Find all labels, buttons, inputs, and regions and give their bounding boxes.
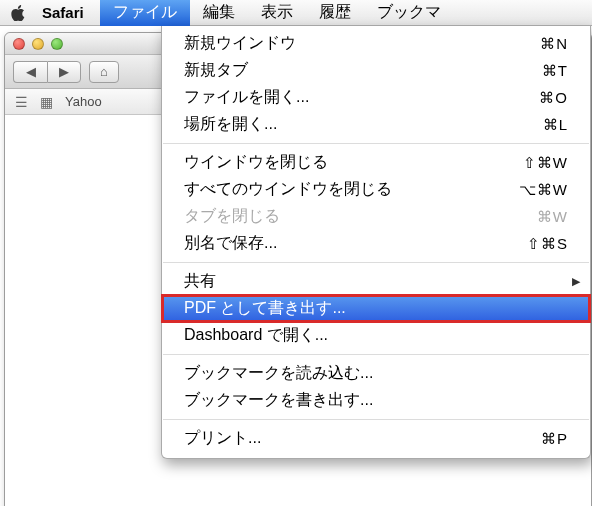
nav-group: ◀ ▶	[13, 61, 81, 83]
menu-item-label: 別名で保存...	[184, 233, 527, 254]
menu-separator	[163, 354, 589, 355]
menu-separator	[163, 262, 589, 263]
menu-item-shortcut: ⌘N	[540, 35, 568, 53]
menu-item-open-in-dashboard[interactable]: Dashboard で開く...	[162, 322, 590, 349]
menu-separator	[163, 143, 589, 144]
menu-item-label: PDF として書き出す...	[184, 298, 568, 319]
menu-file[interactable]: ファイル	[100, 0, 190, 26]
menu-item-label: すべてのウインドウを閉じる	[184, 179, 519, 200]
menu-item-label: Dashboard で開く...	[184, 325, 568, 346]
menu-item-new-tab[interactable]: 新規タブ ⌘T	[162, 57, 590, 84]
menu-item-export-bookmarks[interactable]: ブックマークを書き出す...	[162, 387, 590, 414]
book-icon[interactable]: ☰	[15, 94, 28, 110]
menu-item-close-window[interactable]: ウインドウを閉じる ⇧⌘W	[162, 149, 590, 176]
menu-view[interactable]: 表示	[248, 0, 306, 26]
forward-button[interactable]: ▶	[47, 61, 81, 83]
menu-item-label: ブックマークを読み込む...	[184, 363, 568, 384]
menu-item-shortcut: ⇧⌘S	[527, 235, 568, 253]
chevron-right-icon: ▶	[59, 64, 69, 79]
menu-item-label: タブを閉じる	[184, 206, 537, 227]
menu-item-label: プリント...	[184, 428, 541, 449]
file-menu-dropdown: 新規ウインドウ ⌘N 新規タブ ⌘T ファイルを開く... ⌘O 場所を開く..…	[161, 26, 591, 459]
window-zoom-button[interactable]	[51, 38, 63, 50]
menu-item-shortcut: ⌘P	[541, 430, 568, 448]
window-minimize-button[interactable]	[32, 38, 44, 50]
menu-history[interactable]: 履歴	[306, 0, 364, 26]
menu-item-shortcut: ⌘W	[537, 208, 568, 226]
menu-item-label: 新規ウインドウ	[184, 33, 540, 54]
menu-item-import-bookmarks[interactable]: ブックマークを読み込む...	[162, 360, 590, 387]
menu-separator	[163, 419, 589, 420]
menu-item-new-window[interactable]: 新規ウインドウ ⌘N	[162, 30, 590, 57]
menu-item-shortcut: ⌥⌘W	[519, 181, 568, 199]
menu-item-shortcut: ⌘O	[539, 89, 568, 107]
chevron-left-icon: ◀	[26, 64, 36, 79]
menu-item-label: 場所を開く...	[184, 114, 543, 135]
apple-logo-icon	[11, 5, 25, 21]
menu-item-shortcut: ⇧⌘W	[523, 154, 568, 172]
menu-item-label: 新規タブ	[184, 60, 542, 81]
bookmark-item[interactable]: Yahoo	[65, 94, 102, 109]
menu-item-label: ウインドウを閉じる	[184, 152, 523, 173]
menu-item-open-file[interactable]: ファイルを開く... ⌘O	[162, 84, 590, 111]
apple-menu[interactable]	[10, 5, 26, 21]
menu-item-label: ブックマークを書き出す...	[184, 390, 568, 411]
menu-edit[interactable]: 編集	[190, 0, 248, 26]
menu-item-label: 共有	[184, 271, 568, 292]
menu-item-shortcut: ⌘L	[543, 116, 568, 134]
menu-item-close-tab: タブを閉じる ⌘W	[162, 203, 590, 230]
menu-item-close-all-windows[interactable]: すべてのウインドウを閉じる ⌥⌘W	[162, 176, 590, 203]
grid-icon[interactable]: ▦	[40, 94, 53, 110]
menubar: Safari ファイル 編集 表示 履歴 ブックマ	[0, 0, 592, 26]
menu-item-open-location[interactable]: 場所を開く... ⌘L	[162, 111, 590, 138]
home-button[interactable]: ⌂	[89, 61, 119, 83]
menu-item-label: ファイルを開く...	[184, 87, 539, 108]
menu-bookmarks[interactable]: ブックマ	[364, 0, 454, 26]
menu-item-share[interactable]: 共有	[162, 268, 590, 295]
home-icon: ⌂	[100, 64, 108, 79]
back-button[interactable]: ◀	[13, 61, 47, 83]
menu-item-export-as-pdf[interactable]: PDF として書き出す...	[162, 295, 590, 322]
menu-item-print[interactable]: プリント... ⌘P	[162, 425, 590, 452]
menu-item-shortcut: ⌘T	[542, 62, 568, 80]
menu-item-save-as[interactable]: 別名で保存... ⇧⌘S	[162, 230, 590, 257]
window-close-button[interactable]	[13, 38, 25, 50]
app-name[interactable]: Safari	[42, 4, 84, 21]
